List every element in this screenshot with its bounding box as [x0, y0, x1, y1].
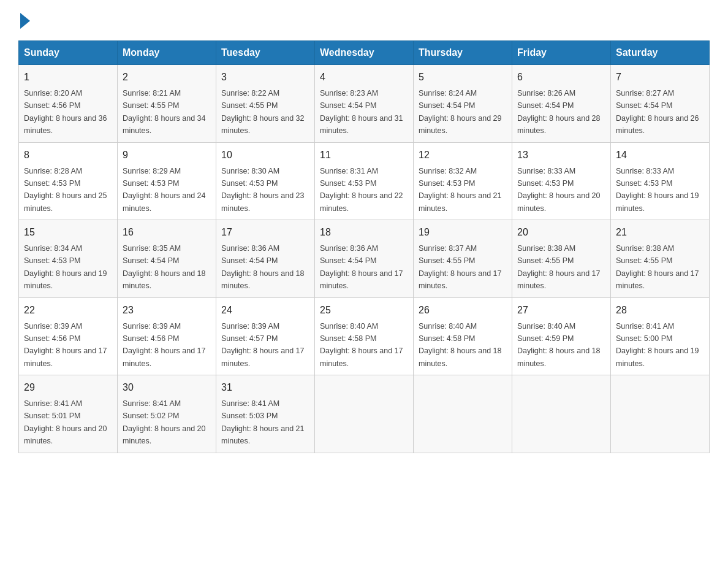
day-number: 31	[221, 380, 309, 395]
day-number: 25	[320, 303, 408, 318]
calendar-week-row: 15Sunrise: 8:34 AMSunset: 4:53 PMDayligh…	[19, 220, 710, 298]
day-number: 8	[24, 148, 112, 163]
day-number: 24	[221, 303, 309, 318]
calendar-cell: 12Sunrise: 8:32 AMSunset: 4:53 PMDayligh…	[414, 142, 512, 220]
page-header	[18, 12, 710, 28]
day-info: Sunrise: 8:38 AMSunset: 4:55 PMDaylight:…	[517, 244, 601, 290]
calendar-cell: 4Sunrise: 8:23 AMSunset: 4:54 PMDaylight…	[315, 65, 414, 143]
day-info: Sunrise: 8:41 AMSunset: 5:03 PMDaylight:…	[221, 399, 305, 445]
day-info: Sunrise: 8:21 AMSunset: 4:55 PMDaylight:…	[123, 89, 206, 135]
day-number: 19	[419, 225, 507, 240]
day-info: Sunrise: 8:26 AMSunset: 4:54 PMDaylight:…	[517, 89, 601, 135]
day-info: Sunrise: 8:27 AMSunset: 4:54 PMDaylight:…	[616, 89, 699, 135]
weekday-header-thursday: Thursday	[414, 41, 512, 65]
day-number: 13	[517, 148, 605, 163]
day-info: Sunrise: 8:29 AMSunset: 4:53 PMDaylight:…	[123, 167, 206, 213]
day-number: 26	[419, 303, 507, 318]
day-info: Sunrise: 8:35 AMSunset: 4:54 PMDaylight:…	[123, 244, 206, 290]
day-info: Sunrise: 8:39 AMSunset: 4:56 PMDaylight:…	[123, 322, 206, 368]
calendar-cell: 25Sunrise: 8:40 AMSunset: 4:58 PMDayligh…	[315, 297, 414, 375]
day-number: 16	[123, 225, 211, 240]
calendar-cell: 30Sunrise: 8:41 AMSunset: 5:02 PMDayligh…	[118, 375, 216, 453]
day-number: 1	[24, 70, 112, 85]
calendar-cell: 26Sunrise: 8:40 AMSunset: 4:58 PMDayligh…	[414, 297, 512, 375]
day-number: 11	[320, 148, 408, 163]
calendar-cell: 28Sunrise: 8:41 AMSunset: 5:00 PMDayligh…	[611, 297, 710, 375]
calendar-week-row: 1Sunrise: 8:20 AMSunset: 4:56 PMDaylight…	[19, 65, 710, 143]
day-info: Sunrise: 8:41 AMSunset: 5:00 PMDaylight:…	[616, 322, 699, 368]
calendar-cell: 2Sunrise: 8:21 AMSunset: 4:55 PMDaylight…	[118, 65, 216, 143]
calendar-cell	[512, 375, 611, 453]
weekday-header-monday: Monday	[118, 41, 216, 65]
calendar-cell: 5Sunrise: 8:24 AMSunset: 4:54 PMDaylight…	[414, 65, 512, 143]
logo-chevron-icon	[20, 13, 30, 29]
weekday-header-friday: Friday	[512, 41, 611, 65]
day-info: Sunrise: 8:22 AMSunset: 4:55 PMDaylight:…	[221, 89, 305, 135]
calendar-cell: 20Sunrise: 8:38 AMSunset: 4:55 PMDayligh…	[512, 220, 611, 298]
day-info: Sunrise: 8:23 AMSunset: 4:54 PMDaylight:…	[320, 89, 403, 135]
calendar-cell: 24Sunrise: 8:39 AMSunset: 4:57 PMDayligh…	[216, 297, 315, 375]
weekday-header-sunday: Sunday	[19, 41, 118, 65]
calendar-cell: 6Sunrise: 8:26 AMSunset: 4:54 PMDaylight…	[512, 65, 611, 143]
day-info: Sunrise: 8:20 AMSunset: 4:56 PMDaylight:…	[24, 89, 107, 135]
calendar-cell: 3Sunrise: 8:22 AMSunset: 4:55 PMDaylight…	[216, 65, 315, 143]
calendar-cell: 19Sunrise: 8:37 AMSunset: 4:55 PMDayligh…	[414, 220, 512, 298]
day-number: 21	[616, 225, 704, 240]
day-info: Sunrise: 8:40 AMSunset: 4:58 PMDaylight:…	[419, 322, 502, 368]
day-number: 28	[616, 303, 704, 318]
day-number: 14	[616, 148, 704, 163]
calendar-cell: 1Sunrise: 8:20 AMSunset: 4:56 PMDaylight…	[19, 65, 118, 143]
weekday-header-row: SundayMondayTuesdayWednesdayThursdayFrid…	[19, 41, 710, 65]
day-number: 27	[517, 303, 605, 318]
weekday-header-wednesday: Wednesday	[315, 41, 414, 65]
day-number: 23	[123, 303, 211, 318]
day-number: 12	[419, 148, 507, 163]
day-info: Sunrise: 8:34 AMSunset: 4:53 PMDaylight:…	[24, 244, 107, 290]
day-number: 15	[24, 225, 112, 240]
calendar-cell: 21Sunrise: 8:38 AMSunset: 4:55 PMDayligh…	[611, 220, 710, 298]
calendar-cell: 18Sunrise: 8:36 AMSunset: 4:54 PMDayligh…	[315, 220, 414, 298]
calendar-cell: 31Sunrise: 8:41 AMSunset: 5:03 PMDayligh…	[216, 375, 315, 453]
day-info: Sunrise: 8:24 AMSunset: 4:54 PMDaylight:…	[419, 89, 502, 135]
logo	[18, 12, 31, 28]
day-info: Sunrise: 8:36 AMSunset: 4:54 PMDaylight:…	[221, 244, 305, 290]
calendar-cell	[315, 375, 414, 453]
day-number: 7	[616, 70, 704, 85]
day-number: 18	[320, 225, 408, 240]
day-info: Sunrise: 8:37 AMSunset: 4:55 PMDaylight:…	[419, 244, 502, 290]
calendar-cell	[611, 375, 710, 453]
calendar-cell: 15Sunrise: 8:34 AMSunset: 4:53 PMDayligh…	[19, 220, 118, 298]
calendar-cell	[414, 375, 512, 453]
calendar-cell: 7Sunrise: 8:27 AMSunset: 4:54 PMDaylight…	[611, 65, 710, 143]
calendar-table: SundayMondayTuesdayWednesdayThursdayFrid…	[18, 40, 710, 453]
day-info: Sunrise: 8:38 AMSunset: 4:55 PMDaylight:…	[616, 244, 699, 290]
day-number: 2	[123, 70, 211, 85]
day-number: 20	[517, 225, 605, 240]
day-number: 9	[123, 148, 211, 163]
day-info: Sunrise: 8:33 AMSunset: 4:53 PMDaylight:…	[517, 167, 601, 213]
day-info: Sunrise: 8:40 AMSunset: 4:58 PMDaylight:…	[320, 322, 403, 368]
calendar-week-row: 22Sunrise: 8:39 AMSunset: 4:56 PMDayligh…	[19, 297, 710, 375]
weekday-header-tuesday: Tuesday	[216, 41, 315, 65]
calendar-cell: 10Sunrise: 8:30 AMSunset: 4:53 PMDayligh…	[216, 142, 315, 220]
day-number: 29	[24, 380, 112, 395]
day-number: 6	[517, 70, 605, 85]
calendar-cell: 8Sunrise: 8:28 AMSunset: 4:53 PMDaylight…	[19, 142, 118, 220]
calendar-cell: 14Sunrise: 8:33 AMSunset: 4:53 PMDayligh…	[611, 142, 710, 220]
day-info: Sunrise: 8:31 AMSunset: 4:53 PMDaylight:…	[320, 167, 403, 213]
calendar-cell: 27Sunrise: 8:40 AMSunset: 4:59 PMDayligh…	[512, 297, 611, 375]
day-number: 17	[221, 225, 309, 240]
calendar-cell: 22Sunrise: 8:39 AMSunset: 4:56 PMDayligh…	[19, 297, 118, 375]
weekday-header-saturday: Saturday	[611, 41, 710, 65]
day-info: Sunrise: 8:39 AMSunset: 4:56 PMDaylight:…	[24, 322, 107, 368]
calendar-cell: 29Sunrise: 8:41 AMSunset: 5:01 PMDayligh…	[19, 375, 118, 453]
day-info: Sunrise: 8:36 AMSunset: 4:54 PMDaylight:…	[320, 244, 403, 290]
calendar-cell: 11Sunrise: 8:31 AMSunset: 4:53 PMDayligh…	[315, 142, 414, 220]
calendar-cell: 17Sunrise: 8:36 AMSunset: 4:54 PMDayligh…	[216, 220, 315, 298]
calendar-cell: 9Sunrise: 8:29 AMSunset: 4:53 PMDaylight…	[118, 142, 216, 220]
day-number: 10	[221, 148, 309, 163]
day-info: Sunrise: 8:32 AMSunset: 4:53 PMDaylight:…	[419, 167, 502, 213]
calendar-cell: 23Sunrise: 8:39 AMSunset: 4:56 PMDayligh…	[118, 297, 216, 375]
day-info: Sunrise: 8:28 AMSunset: 4:53 PMDaylight:…	[24, 167, 107, 213]
day-info: Sunrise: 8:33 AMSunset: 4:53 PMDaylight:…	[616, 167, 699, 213]
